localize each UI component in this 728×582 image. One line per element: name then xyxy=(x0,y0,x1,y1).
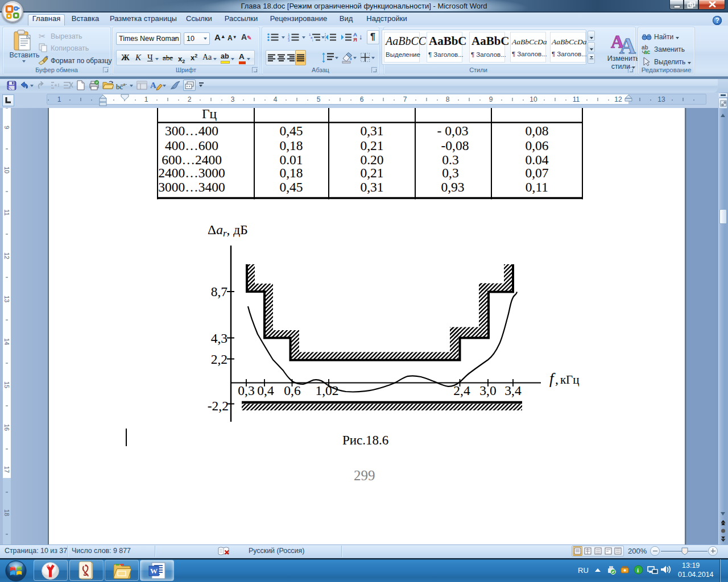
svg-text:3: 3 xyxy=(288,39,290,41)
svg-text:2: 2 xyxy=(188,95,192,103)
svg-text:-2,2: -2,2 xyxy=(208,398,229,413)
svg-text:ac: ac xyxy=(644,49,651,54)
svg-text:0,4: 0,4 xyxy=(257,383,274,398)
svg-text:Гц: Гц xyxy=(202,108,217,121)
svg-text:0,08: 0,08 xyxy=(525,123,548,138)
svg-text:400…600: 400…600 xyxy=(165,138,218,153)
svg-text:300…400: 300…400 xyxy=(165,123,218,138)
svg-text:0,06: 0,06 xyxy=(525,138,548,153)
svg-text:0,31: 0,31 xyxy=(360,123,383,138)
svg-text:0,18: 0,18 xyxy=(279,138,303,153)
svg-text:299: 299 xyxy=(354,468,375,483)
svg-text:3000…3400: 3000…3400 xyxy=(158,180,225,194)
svg-text:12: 12 xyxy=(3,252,10,259)
svg-text:0,45: 0,45 xyxy=(279,180,303,194)
svg-text:9: 9 xyxy=(3,126,10,129)
svg-text:0,07: 0,07 xyxy=(525,165,548,180)
svg-text:0,93: 0,93 xyxy=(441,180,464,194)
svg-text:4: 4 xyxy=(274,95,278,103)
svg-text:- 0,03: - 0,03 xyxy=(437,123,469,138)
svg-text:i: i xyxy=(637,567,639,573)
svg-text:2,4: 2,4 xyxy=(453,383,470,398)
svg-text:12: 12 xyxy=(614,95,622,103)
svg-text:0,11: 0,11 xyxy=(526,180,548,194)
svg-text:1: 1 xyxy=(144,95,148,103)
svg-text:Δar, дБ: Δar, дБ xyxy=(208,222,248,239)
svg-text:15: 15 xyxy=(3,381,10,388)
svg-text:11: 11 xyxy=(3,209,10,215)
svg-text:9: 9 xyxy=(489,95,493,103)
svg-text:14: 14 xyxy=(3,338,10,345)
svg-text:13: 13 xyxy=(657,95,665,103)
svg-text:i: i xyxy=(312,39,313,41)
svg-text:3: 3 xyxy=(231,95,235,103)
svg-text:,кГц: ,кГц xyxy=(555,372,579,386)
svg-text:0,21: 0,21 xyxy=(360,138,383,153)
svg-text:16: 16 xyxy=(3,424,10,431)
svg-text:W: W xyxy=(150,567,158,575)
svg-text:18: 18 xyxy=(3,509,10,516)
svg-text:2400…3000: 2400…3000 xyxy=(158,165,225,180)
svg-text:11: 11 xyxy=(573,95,580,103)
svg-text:2,2: 2,2 xyxy=(211,352,228,367)
svg-text:0,45: 0,45 xyxy=(279,123,303,138)
svg-text:4,3: 4,3 xyxy=(211,331,228,346)
svg-text:0,31: 0,31 xyxy=(360,180,383,194)
svg-text:6: 6 xyxy=(360,95,364,103)
svg-text:17: 17 xyxy=(3,466,10,473)
svg-text:Рис.18.6: Рис.18.6 xyxy=(342,433,388,447)
svg-text:8,7: 8,7 xyxy=(211,284,228,299)
svg-text:-0,08: -0,08 xyxy=(441,138,469,153)
svg-text:0,18: 0,18 xyxy=(279,165,303,180)
svg-text:10: 10 xyxy=(3,167,10,173)
svg-text:A: A xyxy=(150,81,156,90)
svg-text:1: 1 xyxy=(57,95,61,103)
svg-text:7: 7 xyxy=(403,95,407,103)
svg-text:13: 13 xyxy=(3,296,10,302)
svg-text:10: 10 xyxy=(530,95,537,103)
svg-text:0,21: 0,21 xyxy=(360,165,383,180)
svg-text:5: 5 xyxy=(317,95,321,103)
svg-text:0,3: 0,3 xyxy=(442,165,458,180)
svg-text:A: A xyxy=(619,33,636,55)
svg-text:8: 8 xyxy=(446,95,450,103)
